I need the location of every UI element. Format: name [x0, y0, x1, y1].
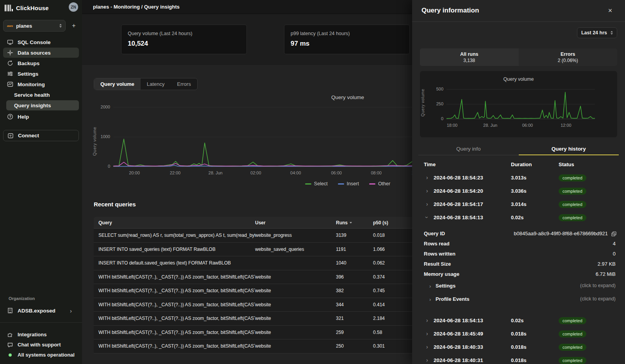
legend-item-insert[interactable]: Insert	[338, 181, 359, 186]
sidebar-item-query-insights[interactable]: Query insights	[6, 100, 79, 110]
segment-errors[interactable]: Errors 2 (0.06%)	[519, 48, 618, 66]
table-row[interactable]: WITH bitShiftLeft(CAST(?..), _CAST(?..))…	[94, 270, 412, 284]
copy-icon[interactable]	[611, 231, 616, 238]
cell-query: WITH bitShiftLeft(CAST(?..), _CAST(?..))…	[94, 343, 255, 349]
cell-runs: 382	[336, 288, 373, 293]
tab-query-history[interactable]: Query history	[519, 143, 619, 155]
sidebar-item-monitoring[interactable]: Monitoring	[3, 79, 79, 89]
detail-expander[interactable]: ›Settings(click to expand)	[412, 281, 625, 293]
building-icon	[7, 307, 13, 314]
sidebar-item-service-health[interactable]: Service health	[3, 90, 79, 100]
chevron-right-icon[interactable]: ›	[426, 188, 428, 194]
query-volume-card: Query volume (Last 24 hours) 10,524	[121, 25, 247, 54]
history-row[interactable]: ›2024-06-28 18:54:130.02scompleted	[412, 211, 625, 225]
history-row[interactable]: ›2024-06-28 18:40:310.018scompleted	[412, 354, 625, 364]
chart-title: Query volume	[113, 94, 412, 100]
legend-label: Insert	[347, 181, 359, 186]
col-query[interactable]: Query	[94, 220, 255, 226]
sidebar-item-backups[interactable]: Backups	[3, 58, 79, 68]
chevron-right-icon[interactable]: ›	[426, 344, 428, 350]
close-icon[interactable]: ×	[605, 6, 615, 15]
run-duration: 0.018s	[511, 344, 527, 350]
table-header: Query User Runs p50 (s)	[94, 217, 412, 229]
legend-item-other[interactable]: Other	[369, 181, 390, 186]
history-row[interactable]: ›2024-06-28 18:45:490.018scompleted	[412, 328, 625, 341]
stat-label: Query volume (Last 24 hours)	[128, 31, 240, 36]
x-tick-label: 18:00	[441, 123, 463, 128]
table-row[interactable]: WITH bitShiftLeft(CAST(?..), _CAST(?..))…	[94, 339, 412, 353]
user-avatar[interactable]: ZN	[69, 2, 78, 12]
sidebar-item-settings[interactable]: Settings	[3, 69, 79, 79]
chevron-right-icon[interactable]: ›	[426, 331, 428, 336]
query-info-panel: Query information × Last 24 hrs All runs…	[412, 0, 625, 364]
segment-value: 2 (0.06%)	[558, 58, 578, 63]
series-other	[113, 162, 412, 166]
history-row[interactable]: ›2024-06-28 18:54:130.02scompleted	[412, 314, 625, 328]
table-row[interactable]: WITH bitShiftLeft(CAST(?..), _CAST(?..))…	[94, 312, 412, 326]
y-tick-label: 0	[427, 116, 443, 121]
sidebar-item-chat-support[interactable]: Chat with support	[3, 340, 79, 350]
detail-row: Rows written0	[412, 249, 625, 259]
cell-user: website	[255, 330, 336, 335]
sidebar-item-help[interactable]: Help	[3, 112, 79, 122]
chevron-right-icon[interactable]: ›	[424, 217, 430, 218]
run-time: 2024-06-28 18:45:49	[434, 331, 483, 337]
chevron-right-icon[interactable]: ›	[426, 201, 428, 207]
run-duration: 3.013s	[511, 175, 527, 181]
table-row[interactable]: SELECT sum(read_rows) AS r, sum(total_ro…	[94, 229, 412, 243]
tab-query-info[interactable]: Query info	[418, 143, 519, 155]
tab-latency[interactable]: Latency	[141, 78, 171, 90]
chevron-updown-icon	[611, 31, 613, 35]
table-row[interactable]: WITH bitShiftLeft(CAST(?..), _CAST(?..))…	[94, 326, 412, 340]
service-selector[interactable]: aws planes	[3, 20, 66, 32]
col-status: Status	[559, 162, 574, 167]
cell-runs: 344	[336, 302, 373, 307]
cell-query: WITH bitShiftLeft(CAST(?..), _CAST(?..))…	[94, 274, 255, 280]
detail-expander[interactable]: ›Profile Events(click to expand)	[412, 294, 625, 306]
series-query-volume	[446, 92, 595, 118]
col-p50[interactable]: p50 (s)	[373, 220, 412, 226]
organization-switcher[interactable]: ADSB.exposed	[3, 305, 79, 316]
system-status[interactable]: All systems operational	[3, 350, 79, 360]
page-header: planes - Monitoring / Query insights	[82, 0, 412, 14]
detail-label: Rows read	[424, 241, 450, 247]
cell-p50: 0.374	[373, 274, 412, 280]
runs-errors-segments: All runs 3,138 Errors 2 (0.06%)	[420, 48, 617, 66]
add-service-button[interactable]: +	[70, 21, 78, 31]
tab-query-volume[interactable]: Query volume	[94, 78, 141, 90]
sidebar-item-label: Query insights	[14, 103, 51, 108]
connect-icon	[7, 133, 14, 139]
cell-p50: 1.066	[373, 247, 412, 252]
sidebar-item-sql-console[interactable]: SQL Console	[3, 37, 79, 47]
legend-item-select[interactable]: Select	[305, 181, 328, 186]
chevron-right-icon[interactable]: ›	[426, 318, 428, 323]
history-row[interactable]: ›2024-06-28 18:54:173.014scompleted	[412, 198, 625, 211]
connect-button[interactable]: Connect	[3, 130, 79, 141]
col-runs[interactable]: Runs	[336, 220, 373, 226]
sidebar-item-integrations[interactable]: Integrations	[3, 330, 79, 339]
history-row[interactable]: ›2024-06-28 18:54:203.036scompleted	[412, 185, 625, 198]
expander-hint: (click to expand)	[580, 296, 616, 302]
time-range-select[interactable]: Last 24 hrs	[577, 27, 617, 38]
cell-p50: 0.301	[373, 343, 412, 349]
history-row[interactable]: ›2024-06-28 18:54:233.013scompleted	[412, 172, 625, 185]
tab-errors[interactable]: Errors	[171, 78, 197, 90]
chevron-right-icon[interactable]: ›	[426, 357, 428, 363]
history-row[interactable]: ›2024-06-28 18:40:330.018scompleted	[412, 341, 625, 354]
cell-p50: 0.58	[373, 330, 412, 335]
legend-label: Other	[378, 181, 390, 186]
table-row[interactable]: INSERT INTO saved_queries (text) FORMAT …	[94, 243, 412, 257]
col-user[interactable]: User	[255, 220, 336, 226]
sidebar-item-data-sources[interactable]: Data sources	[3, 48, 79, 58]
col-time: Time	[424, 162, 436, 167]
table-row[interactable]: INSERT INTO default.saved_queries (text)…	[94, 256, 412, 270]
run-time: 2024-06-28 18:54:20	[434, 188, 483, 194]
segment-all-runs[interactable]: All runs 3,138	[420, 48, 519, 66]
table-row[interactable]: WITH bitShiftLeft(CAST(?..), _CAST(?..))…	[94, 298, 412, 312]
x-tick-label: 28. Jun	[205, 170, 227, 175]
table-row[interactable]: WITH bitShiftLeft(CAST(?..), _CAST(?..))…	[94, 284, 412, 298]
table-body: SELECT sum(read_rows) AS r, sum(total_ro…	[94, 229, 412, 353]
x-tick-label: 04:00	[285, 170, 307, 175]
cell-query: WITH bitShiftLeft(CAST(?..), _CAST(?..))…	[94, 288, 255, 293]
chevron-right-icon[interactable]: ›	[426, 175, 428, 180]
